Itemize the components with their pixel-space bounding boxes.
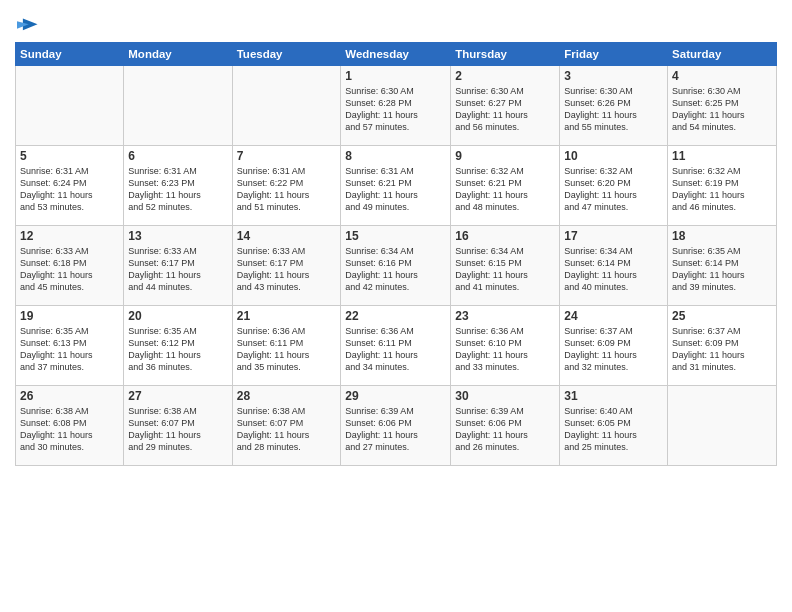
day-number: 26 [20,389,119,403]
day-number: 20 [128,309,227,323]
header [15,10,777,36]
day-info: Sunrise: 6:33 AM Sunset: 6:17 PM Dayligh… [128,245,227,294]
calendar-cell: 13Sunrise: 6:33 AM Sunset: 6:17 PM Dayli… [124,226,232,306]
day-number: 18 [672,229,772,243]
day-info: Sunrise: 6:40 AM Sunset: 6:05 PM Dayligh… [564,405,663,454]
day-info: Sunrise: 6:35 AM Sunset: 6:14 PM Dayligh… [672,245,772,294]
calendar-header-row: SundayMondayTuesdayWednesdayThursdayFrid… [16,43,777,66]
day-info: Sunrise: 6:31 AM Sunset: 6:24 PM Dayligh… [20,165,119,214]
calendar-cell: 16Sunrise: 6:34 AM Sunset: 6:15 PM Dayli… [451,226,560,306]
day-info: Sunrise: 6:34 AM Sunset: 6:16 PM Dayligh… [345,245,446,294]
day-info: Sunrise: 6:30 AM Sunset: 6:28 PM Dayligh… [345,85,446,134]
logo-icon [17,14,39,36]
day-info: Sunrise: 6:39 AM Sunset: 6:06 PM Dayligh… [455,405,555,454]
day-info: Sunrise: 6:32 AM Sunset: 6:19 PM Dayligh… [672,165,772,214]
day-header-wednesday: Wednesday [341,43,451,66]
calendar-cell: 29Sunrise: 6:39 AM Sunset: 6:06 PM Dayli… [341,386,451,466]
day-number: 19 [20,309,119,323]
calendar-cell: 17Sunrise: 6:34 AM Sunset: 6:14 PM Dayli… [560,226,668,306]
day-header-saturday: Saturday [668,43,777,66]
calendar-cell: 23Sunrise: 6:36 AM Sunset: 6:10 PM Dayli… [451,306,560,386]
day-number: 14 [237,229,337,243]
calendar-cell: 14Sunrise: 6:33 AM Sunset: 6:17 PM Dayli… [232,226,341,306]
calendar-cell: 20Sunrise: 6:35 AM Sunset: 6:12 PM Dayli… [124,306,232,386]
calendar-cell: 15Sunrise: 6:34 AM Sunset: 6:16 PM Dayli… [341,226,451,306]
day-number: 2 [455,69,555,83]
calendar-cell: 4Sunrise: 6:30 AM Sunset: 6:25 PM Daylig… [668,66,777,146]
day-info: Sunrise: 6:30 AM Sunset: 6:26 PM Dayligh… [564,85,663,134]
day-number: 3 [564,69,663,83]
week-row-4: 26Sunrise: 6:38 AM Sunset: 6:08 PM Dayli… [16,386,777,466]
day-number: 4 [672,69,772,83]
calendar-cell: 25Sunrise: 6:37 AM Sunset: 6:09 PM Dayli… [668,306,777,386]
day-header-sunday: Sunday [16,43,124,66]
calendar-cell: 11Sunrise: 6:32 AM Sunset: 6:19 PM Dayli… [668,146,777,226]
day-header-thursday: Thursday [451,43,560,66]
page: SundayMondayTuesdayWednesdayThursdayFrid… [0,0,792,612]
day-number: 27 [128,389,227,403]
calendar-cell: 12Sunrise: 6:33 AM Sunset: 6:18 PM Dayli… [16,226,124,306]
calendar-cell: 8Sunrise: 6:31 AM Sunset: 6:21 PM Daylig… [341,146,451,226]
calendar-cell: 19Sunrise: 6:35 AM Sunset: 6:13 PM Dayli… [16,306,124,386]
calendar-cell: 22Sunrise: 6:36 AM Sunset: 6:11 PM Dayli… [341,306,451,386]
calendar-cell: 30Sunrise: 6:39 AM Sunset: 6:06 PM Dayli… [451,386,560,466]
calendar-cell [232,66,341,146]
calendar: SundayMondayTuesdayWednesdayThursdayFrid… [15,42,777,466]
day-info: Sunrise: 6:38 AM Sunset: 6:07 PM Dayligh… [128,405,227,454]
day-number: 23 [455,309,555,323]
calendar-cell: 3Sunrise: 6:30 AM Sunset: 6:26 PM Daylig… [560,66,668,146]
calendar-cell: 10Sunrise: 6:32 AM Sunset: 6:20 PM Dayli… [560,146,668,226]
day-info: Sunrise: 6:36 AM Sunset: 6:11 PM Dayligh… [237,325,337,374]
day-info: Sunrise: 6:37 AM Sunset: 6:09 PM Dayligh… [564,325,663,374]
day-info: Sunrise: 6:39 AM Sunset: 6:06 PM Dayligh… [345,405,446,454]
week-row-1: 5Sunrise: 6:31 AM Sunset: 6:24 PM Daylig… [16,146,777,226]
calendar-cell: 2Sunrise: 6:30 AM Sunset: 6:27 PM Daylig… [451,66,560,146]
day-number: 29 [345,389,446,403]
day-info: Sunrise: 6:37 AM Sunset: 6:09 PM Dayligh… [672,325,772,374]
day-info: Sunrise: 6:38 AM Sunset: 6:07 PM Dayligh… [237,405,337,454]
day-info: Sunrise: 6:31 AM Sunset: 6:21 PM Dayligh… [345,165,446,214]
day-number: 21 [237,309,337,323]
week-row-3: 19Sunrise: 6:35 AM Sunset: 6:13 PM Dayli… [16,306,777,386]
day-number: 24 [564,309,663,323]
calendar-cell: 24Sunrise: 6:37 AM Sunset: 6:09 PM Dayli… [560,306,668,386]
day-header-monday: Monday [124,43,232,66]
day-number: 17 [564,229,663,243]
calendar-cell: 26Sunrise: 6:38 AM Sunset: 6:08 PM Dayli… [16,386,124,466]
calendar-cell [124,66,232,146]
calendar-cell: 1Sunrise: 6:30 AM Sunset: 6:28 PM Daylig… [341,66,451,146]
day-number: 28 [237,389,337,403]
day-info: Sunrise: 6:32 AM Sunset: 6:21 PM Dayligh… [455,165,555,214]
day-header-tuesday: Tuesday [232,43,341,66]
calendar-cell: 21Sunrise: 6:36 AM Sunset: 6:11 PM Dayli… [232,306,341,386]
day-number: 5 [20,149,119,163]
calendar-cell: 31Sunrise: 6:40 AM Sunset: 6:05 PM Dayli… [560,386,668,466]
day-info: Sunrise: 6:35 AM Sunset: 6:12 PM Dayligh… [128,325,227,374]
day-number: 11 [672,149,772,163]
calendar-cell: 6Sunrise: 6:31 AM Sunset: 6:23 PM Daylig… [124,146,232,226]
day-number: 1 [345,69,446,83]
calendar-cell [668,386,777,466]
day-info: Sunrise: 6:36 AM Sunset: 6:10 PM Dayligh… [455,325,555,374]
week-row-2: 12Sunrise: 6:33 AM Sunset: 6:18 PM Dayli… [16,226,777,306]
calendar-cell: 18Sunrise: 6:35 AM Sunset: 6:14 PM Dayli… [668,226,777,306]
calendar-cell: 9Sunrise: 6:32 AM Sunset: 6:21 PM Daylig… [451,146,560,226]
day-info: Sunrise: 6:34 AM Sunset: 6:15 PM Dayligh… [455,245,555,294]
day-number: 8 [345,149,446,163]
week-row-0: 1Sunrise: 6:30 AM Sunset: 6:28 PM Daylig… [16,66,777,146]
day-info: Sunrise: 6:34 AM Sunset: 6:14 PM Dayligh… [564,245,663,294]
day-number: 6 [128,149,227,163]
logo [15,14,39,36]
day-info: Sunrise: 6:32 AM Sunset: 6:20 PM Dayligh… [564,165,663,214]
day-header-friday: Friday [560,43,668,66]
calendar-cell: 27Sunrise: 6:38 AM Sunset: 6:07 PM Dayli… [124,386,232,466]
day-number: 16 [455,229,555,243]
day-info: Sunrise: 6:30 AM Sunset: 6:25 PM Dayligh… [672,85,772,134]
day-info: Sunrise: 6:30 AM Sunset: 6:27 PM Dayligh… [455,85,555,134]
calendar-cell: 7Sunrise: 6:31 AM Sunset: 6:22 PM Daylig… [232,146,341,226]
calendar-cell [16,66,124,146]
day-number: 12 [20,229,119,243]
day-number: 30 [455,389,555,403]
day-number: 7 [237,149,337,163]
day-number: 31 [564,389,663,403]
